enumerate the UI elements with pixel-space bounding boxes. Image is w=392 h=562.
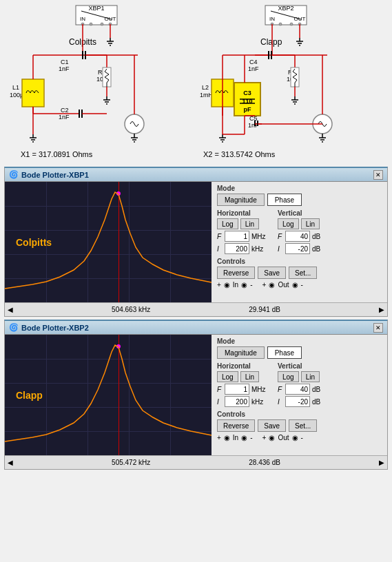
bode2-f-input[interactable] bbox=[225, 384, 249, 395]
bode2-radio4[interactable]: ◉ bbox=[292, 434, 298, 441]
svg-point-8 bbox=[101, 23, 103, 25]
svg-text:OUT: OUT bbox=[294, 16, 306, 22]
bode2-plot-label: Clapp bbox=[16, 390, 43, 401]
bode1-reverse-button[interactable]: Reverse bbox=[217, 267, 255, 279]
bode2-set-button[interactable]: Set... bbox=[289, 419, 317, 432]
bode1-right-arrow[interactable]: ▶ bbox=[379, 306, 384, 313]
bode1-phase-button[interactable]: Phase bbox=[267, 194, 302, 206]
bode2-reverse-button[interactable]: Reverse bbox=[217, 419, 255, 432]
bode1-vert-lin-button[interactable]: Lin bbox=[301, 218, 320, 229]
svg-rect-0 bbox=[0, 0, 392, 165]
bode2-left-arrow[interactable]: ◀ bbox=[8, 459, 13, 466]
bode2-radio1[interactable]: ◉ bbox=[224, 434, 230, 441]
svg-text:C4: C4 bbox=[249, 59, 258, 65]
bode2-save-button[interactable]: Save bbox=[258, 419, 286, 432]
bode2-horiz-log-button[interactable]: Log bbox=[217, 371, 238, 382]
bode-plotter-xbp1: 🌀 Bode Plotter-XBP1 ✕ Col bbox=[4, 167, 388, 317]
bode2-vi-label: I bbox=[278, 398, 283, 406]
bode2-minus2: - bbox=[301, 434, 303, 441]
bode1-out-label: Out bbox=[278, 281, 289, 289]
bode1-set-button[interactable]: Set... bbox=[289, 267, 317, 279]
bode1-radio1[interactable]: ◉ bbox=[224, 281, 230, 289]
bode1-horiz-lin-button[interactable]: Lin bbox=[240, 218, 259, 229]
bode1-radio3[interactable]: ◉ bbox=[269, 281, 275, 289]
bode2-vf-label: F bbox=[278, 386, 283, 393]
bode1-status-db: 29.941 dB bbox=[249, 306, 280, 313]
bode2-magnitude-button[interactable]: Magnitude bbox=[217, 346, 265, 359]
bode1-controls-label: Controls bbox=[217, 258, 382, 265]
bode1-mode-label: Mode bbox=[217, 185, 382, 192]
bode1-f-label: F bbox=[217, 233, 223, 240]
bode1-horiz-log-button[interactable]: Log bbox=[217, 218, 238, 229]
svg-text:L2: L2 bbox=[202, 84, 209, 91]
bode1-horizontal-label: Horizontal bbox=[217, 209, 271, 217]
svg-text:1nF: 1nF bbox=[248, 65, 259, 72]
bode2-status-freq: 505.472 kHz bbox=[112, 459, 150, 466]
svg-point-68 bbox=[290, 23, 293, 25]
svg-point-67 bbox=[279, 23, 282, 25]
bode1-i-input[interactable] bbox=[225, 243, 249, 254]
bode1-minus1: - bbox=[250, 281, 252, 289]
bode2-vert-log-button[interactable]: Log bbox=[278, 371, 299, 382]
bode2-in-label: In bbox=[233, 434, 238, 441]
bode1-left-arrow[interactable]: ◀ bbox=[8, 306, 13, 313]
svg-text:pF: pF bbox=[244, 106, 251, 113]
bode2-radio3[interactable]: ◉ bbox=[269, 434, 275, 441]
bode1-vf-input[interactable] bbox=[285, 231, 310, 242]
bode1-close-button[interactable]: ✕ bbox=[373, 170, 383, 180]
circuit-area: XBP1 IN OUT Colpitts L1 100µh bbox=[0, 0, 392, 165]
bode1-plot-label: Colpitts bbox=[16, 237, 52, 248]
bode2-i-unit: kHz bbox=[251, 398, 271, 406]
bode1-vertical-label: Vertical bbox=[278, 209, 331, 217]
bode2-vi-input[interactable] bbox=[285, 396, 310, 407]
svg-text:C3: C3 bbox=[243, 90, 251, 96]
bode2-status-db: 28.436 dB bbox=[249, 459, 280, 466]
svg-rect-20 bbox=[22, 79, 44, 107]
svg-text:1nF: 1nF bbox=[59, 114, 70, 121]
svg-text:IN: IN bbox=[80, 16, 85, 22]
svg-text:XBP1: XBP1 bbox=[88, 5, 104, 12]
bode2-f-label: F bbox=[217, 386, 223, 393]
bode2-f-unit: MHz bbox=[251, 386, 271, 393]
svg-text:OUT: OUT bbox=[105, 16, 116, 22]
bode2-vi-unit: dB bbox=[312, 398, 331, 406]
bode2-i-label: I bbox=[217, 398, 223, 406]
bode2-title: Bode Plotter-XBP2 bbox=[21, 324, 89, 332]
bode1-title-bar: 🌀 Bode Plotter-XBP1 ✕ bbox=[5, 168, 387, 182]
bode1-radio4[interactable]: ◉ bbox=[292, 281, 298, 289]
bode1-status-freq: 504.663 kHz bbox=[112, 306, 150, 313]
bode2-vf-input[interactable] bbox=[285, 384, 310, 395]
svg-text:X2 = 313.5742 Ohms: X2 = 313.5742 Ohms bbox=[203, 150, 276, 158]
bode2-plus2: + bbox=[262, 434, 267, 441]
bode1-plot-area: Colpitts bbox=[5, 182, 212, 302]
bode1-save-button[interactable]: Save bbox=[258, 267, 286, 279]
svg-text:1nF: 1nF bbox=[59, 65, 70, 72]
bode2-vert-lin-button[interactable]: Lin bbox=[301, 371, 320, 382]
svg-text:C2: C2 bbox=[61, 107, 69, 114]
bode1-vi-label: I bbox=[278, 245, 283, 253]
bode2-phase-button[interactable]: Phase bbox=[267, 346, 302, 359]
svg-text:1mH: 1mH bbox=[200, 92, 213, 98]
bode1-bottom-bar: ◀ 504.663 kHz 29.941 dB ▶ bbox=[5, 302, 387, 316]
bode1-plus1: + bbox=[217, 281, 221, 289]
bode2-horiz-lin-button[interactable]: Lin bbox=[240, 371, 259, 382]
bode2-close-button[interactable]: ✕ bbox=[373, 323, 383, 333]
bode1-f-input[interactable] bbox=[225, 231, 249, 242]
bode1-vert-log-button[interactable]: Log bbox=[278, 218, 299, 229]
bode1-magnitude-button[interactable]: Magnitude bbox=[217, 194, 265, 206]
svg-text:IN: IN bbox=[269, 16, 275, 22]
bode2-radio2[interactable]: ◉ bbox=[241, 434, 247, 441]
bode2-i-input[interactable] bbox=[225, 396, 249, 407]
bode2-right-arrow[interactable]: ▶ bbox=[379, 459, 384, 466]
bode2-controls-label: Controls bbox=[217, 410, 382, 418]
bode1-vf-label: F bbox=[278, 233, 283, 240]
bode2-vf-unit: dB bbox=[312, 386, 331, 393]
bode1-controls: Mode Magnitude Phase Horizontal Log Lin … bbox=[212, 182, 387, 302]
bode1-radio2[interactable]: ◉ bbox=[241, 281, 247, 289]
bode1-vf-unit: dB bbox=[312, 233, 331, 240]
svg-text:Clapp: Clapp bbox=[260, 37, 282, 47]
bode1-in-label: In bbox=[233, 281, 238, 289]
bode2-mode-label: Mode bbox=[217, 337, 382, 345]
bode1-vi-input[interactable] bbox=[285, 243, 310, 254]
bode2-minus1: - bbox=[250, 434, 252, 441]
